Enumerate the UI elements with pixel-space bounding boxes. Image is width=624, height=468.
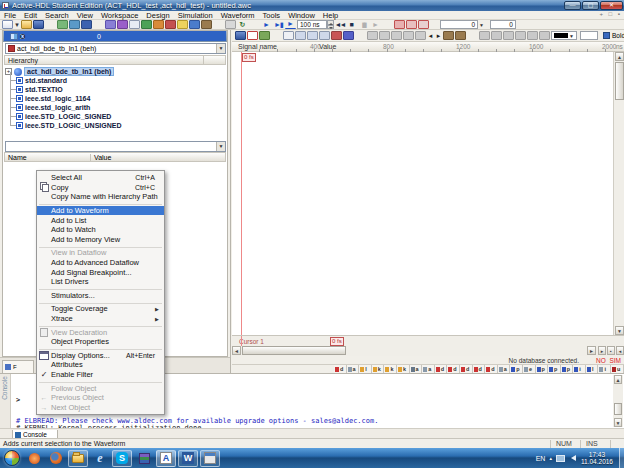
document-tab[interactable]: p [548, 365, 561, 373]
toggle-breakpoint-button[interactable] [394, 20, 405, 29]
find-value-button[interactable] [455, 31, 466, 40]
scroll-down-icon[interactable]: ▼ [615, 326, 624, 335]
coverage-button[interactable] [165, 20, 176, 29]
taskbar-item-internet-explorer[interactable]: e [90, 450, 110, 467]
cursor-time-box[interactable]: 0 fs [242, 53, 256, 62]
context-menu-item[interactable]: Object Properties [37, 337, 164, 347]
tree-row[interactable]: ieee.std_logic_arith [5, 103, 225, 112]
menu-item[interactable]: Simulation [174, 11, 217, 20]
chevron-down-icon[interactable]: ▼ [216, 142, 225, 151]
document-tab[interactable]: a [498, 365, 511, 373]
document-tab[interactable]: a [422, 365, 435, 373]
signal-color-picker[interactable]: ▼ [551, 31, 577, 40]
taskbar-clock[interactable]: 17:43 11.04.2016 [581, 451, 613, 465]
document-tab[interactable]: i [598, 365, 611, 373]
context-menu-item[interactable]: Attributes [37, 360, 164, 370]
wave-toolbar-button[interactable] [355, 31, 366, 40]
insert-divider-button[interactable] [527, 31, 538, 40]
document-tab[interactable]: d [435, 365, 448, 373]
tree-row[interactable]: std.TEXTIO [5, 85, 225, 94]
filter-combo[interactable]: ▼ [5, 141, 226, 152]
toolbar-button[interactable] [93, 20, 104, 29]
menu-item[interactable]: Window [284, 11, 319, 20]
zoom-out-button[interactable] [307, 31, 318, 40]
document-tab[interactable]: i [573, 365, 586, 373]
value-field[interactable]: 0 [490, 20, 516, 29]
time-cursor-line[interactable] [241, 52, 242, 335]
wave-toolbar-button[interactable] [271, 31, 282, 40]
toolbar-button[interactable] [249, 20, 260, 29]
taskbar-item-skype[interactable]: S [112, 450, 132, 467]
document-tab[interactable]: d [485, 365, 498, 373]
tree-row[interactable]: + act_hdl_bde_tb_ln1 (beh) [5, 67, 225, 76]
top-design-selector[interactable]: act_hdl_bde_tb_ln1 (beh) ▼ [5, 43, 226, 54]
context-menu-item[interactable]: Add to Memory View [37, 235, 164, 245]
memory-viewer-button[interactable] [189, 20, 200, 29]
find-button[interactable] [129, 20, 140, 29]
save-waveform-button[interactable] [235, 31, 246, 40]
scroll-up-icon[interactable]: ▲ [615, 52, 624, 61]
taskbar-item-launcher[interactable] [24, 450, 44, 467]
search-4-button[interactable] [403, 31, 414, 40]
end-simulation-button[interactable]: ■ [346, 20, 357, 29]
menu-item[interactable]: File [0, 11, 20, 20]
print-button[interactable] [539, 31, 550, 40]
horizontal-scroll-thumb[interactable] [242, 346, 346, 355]
network-icon[interactable] [556, 455, 565, 462]
menu-item[interactable]: Tools [259, 11, 285, 20]
zoom-in-button[interactable] [295, 31, 306, 40]
context-menu-item[interactable]: Enable Filter [37, 370, 164, 380]
tray-expand-icon[interactable]: ▴ [549, 455, 552, 461]
record-button[interactable] [247, 31, 258, 40]
no-simulation-button[interactable] [225, 20, 236, 29]
toolbar-button[interactable] [382, 20, 393, 29]
search-1-button[interactable] [367, 31, 378, 40]
scroll-up-icon[interactable]: ▲ [614, 375, 622, 384]
bold-toggle[interactable]: Bold [603, 32, 624, 39]
menu-item[interactable]: Search [41, 11, 73, 20]
enable-breakpoints-button[interactable] [406, 20, 417, 29]
context-menu-item[interactable]: Stimulators... [37, 291, 164, 301]
document-tab[interactable]: e [523, 365, 536, 373]
search-3-button[interactable] [391, 31, 402, 40]
toolbar-button[interactable] [45, 20, 56, 29]
new-button[interactable] [2, 20, 13, 29]
run-time-spinner[interactable] [327, 20, 334, 29]
menu-item[interactable]: Design [142, 11, 173, 20]
scroll-down-icon[interactable]: ▼ [614, 418, 622, 427]
run-button[interactable]: ► [261, 20, 272, 29]
menu-item[interactable]: Help [319, 11, 342, 20]
add-signals-button[interactable] [479, 31, 490, 40]
hdl-editor-button[interactable] [117, 20, 128, 29]
speaker-icon[interactable] [568, 455, 576, 461]
search-5-button[interactable] [415, 31, 426, 40]
compile-all-button[interactable] [69, 20, 80, 29]
signals-count-combo[interactable]: 0 [440, 20, 478, 29]
save-button[interactable] [33, 20, 44, 29]
cut-signal-button[interactable] [491, 31, 502, 40]
tip-of-the-day-button[interactable] [177, 20, 188, 29]
waveform-viewer-button[interactable] [153, 20, 164, 29]
initialize-simulation-button[interactable]: ↻ [237, 20, 248, 29]
chevron-down-icon[interactable]: ▼ [479, 22, 484, 28]
start-button[interactable] [4, 450, 20, 466]
document-tab[interactable]: p [510, 365, 523, 373]
display-settings-button[interactable] [259, 31, 270, 40]
font-combo[interactable] [580, 31, 598, 40]
taskbar-item-explorer[interactable] [68, 450, 88, 467]
context-menu-item[interactable]: Add to List [37, 215, 164, 225]
mdi-window-controls-icon[interactable]: + □ ▪ [599, 11, 622, 17]
design-flow-button[interactable] [105, 20, 116, 29]
paste-signal-button[interactable] [515, 31, 526, 40]
language-indicator[interactable]: EN [536, 455, 546, 462]
document-tab[interactable]: l [359, 365, 372, 373]
show-desktop-button[interactable] [619, 448, 624, 468]
run-for-button[interactable]: ►▮ [273, 20, 284, 29]
context-menu-item[interactable]: Add to Waveform [37, 206, 164, 216]
context-menu-item[interactable]: Toggle Coverage ▶ [37, 304, 164, 314]
hierarchy-column-header[interactable]: Hierarchy [4, 55, 226, 65]
document-tab[interactable]: k [384, 365, 397, 373]
menu-item[interactable]: Workspace [97, 11, 142, 20]
document-tab[interactable]: a [347, 365, 360, 373]
pan-left-icon[interactable]: ◂ [616, 346, 624, 355]
